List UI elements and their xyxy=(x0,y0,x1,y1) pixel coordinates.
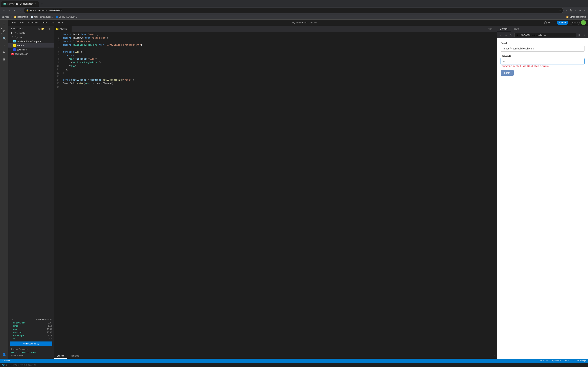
activity-user[interactable]: 👤 xyxy=(1,351,7,357)
activity-explorer[interactable]: ◻ xyxy=(1,28,7,34)
back-button[interactable]: ← xyxy=(1,8,6,13)
bm-spiro[interactable]: 🔵 SPIRO ILS/spDM ... xyxy=(55,15,78,18)
status-spaces[interactable]: Spaces: 2 xyxy=(552,360,561,362)
menu-file[interactable]: File xyxy=(10,21,18,25)
new-tab-button[interactable]: + xyxy=(39,1,44,6)
collapse-icon[interactable]: ⇧ xyxy=(49,27,51,30)
bookmarks-icon: 📁 xyxy=(14,16,17,18)
editor-tab-index-js[interactable]: J index.js ✕ xyxy=(54,26,72,32)
bm-bookmarks[interactable]: 📁 Bookmarks xyxy=(13,15,28,18)
bm-apps[interactable]: ⊞ Apps xyxy=(1,15,10,18)
split-editor-icon[interactable]: □ xyxy=(488,28,490,30)
status-ln-col[interactable]: Ln 1, Col 1 xyxy=(540,360,550,362)
problems-tab[interactable]: Problems xyxy=(67,353,82,359)
menu-selection[interactable]: Selection xyxy=(26,21,39,25)
sidebar-header: EXPLORER ⎙ 📁 ↻ ⇧ xyxy=(9,26,54,31)
code-line-4: import ValidatedLoginForm from "./Valida… xyxy=(61,43,497,47)
dep-name-0[interactable]: email-validator xyxy=(13,322,26,324)
info-icon[interactable]: ℹ xyxy=(10,364,10,366)
bm-mail[interactable]: 📧 Mail - james.quick... xyxy=(30,15,53,18)
dep-version-5: 0.27.0 xyxy=(47,337,52,340)
menu-go[interactable]: Go xyxy=(49,21,56,25)
tab-close-icon[interactable]: ✕ xyxy=(35,2,37,5)
new-file-icon[interactable]: ⎙ xyxy=(38,27,40,30)
refresh-icon[interactable]: ↻ xyxy=(45,27,48,30)
status-encoding[interactable]: UTF-8 xyxy=(564,360,569,362)
status-right: Ln 1, Col 1 Spaces: 2 UTF-8 LF JavaScrip… xyxy=(540,360,586,362)
login-button[interactable]: Login xyxy=(501,70,514,76)
nav-icon-2[interactable]: 🔌 xyxy=(569,8,573,13)
tree-validated-form[interactable]: J ValidatedFormCompone... xyxy=(9,39,54,43)
dep-yup: yup 0.27.0 xyxy=(9,337,54,340)
preview-copy-icon[interactable]: ▦ xyxy=(577,33,581,37)
preview-back-button[interactable]: ← xyxy=(499,33,503,37)
prod-text: PROD-1553897973-43cec9c83 xyxy=(12,364,36,366)
tree-index-js[interactable]: J index.js xyxy=(9,43,54,48)
fork-button[interactable]: ⑂ Fork xyxy=(570,21,579,25)
dependencies-header[interactable]: ▼ Dependencies xyxy=(9,317,54,321)
code-line-16 xyxy=(61,85,497,89)
bm-other[interactable]: 📂 Other Bookmarks xyxy=(566,15,587,18)
add-resource-button[interactable]: Add Resource xyxy=(9,354,54,357)
activity-debug[interactable]: ▶ xyxy=(1,49,7,55)
tree-public[interactable]: ▶ ◯ public xyxy=(9,31,54,35)
tree-package-json[interactable]: J package.json xyxy=(9,52,54,56)
code-line-13 xyxy=(61,75,497,78)
tab-title: 3x7vlv3521 - CodeSandbox xyxy=(7,3,33,5)
menu-help[interactable]: Help xyxy=(56,21,65,25)
reload-button[interactable]: ↻ xyxy=(13,8,17,13)
console-close-icon[interactable]: ⌃ xyxy=(493,355,497,357)
home-button[interactable]: ⌂ xyxy=(18,8,23,13)
address-bar[interactable]: 🔒 https://codesandbox.io/s/3x7vlv3521 ☆ xyxy=(24,8,563,13)
email-input[interactable] xyxy=(501,46,585,51)
code-line-1: import React from "react"; xyxy=(61,33,497,36)
dep-name-3[interactable]: react-dom xyxy=(13,331,22,334)
dep-name-4[interactable]: react-scripts xyxy=(13,334,24,337)
add-dependency-button[interactable]: Add Dependency xyxy=(10,342,52,346)
password-input[interactable] xyxy=(501,58,585,64)
status-bar: ⑂ master Ln 1, Col 1 Spaces: 2 UTF-8 LF … xyxy=(0,359,588,363)
nav-bar: ← → ↻ ⌂ 🔒 https://codesandbox.io/s/3x7vl… xyxy=(0,7,588,14)
twitter-icon[interactable]: 🐦 xyxy=(2,364,5,366)
nav-icon-1[interactable]: ⚙ xyxy=(564,8,568,13)
nav-icon-3[interactable]: ✎ xyxy=(573,8,578,13)
add-icon[interactable]: + xyxy=(548,21,550,25)
dep-name-2[interactable]: react xyxy=(13,328,17,330)
avatar[interactable] xyxy=(581,20,586,25)
activity-search[interactable]: 🔍 xyxy=(1,35,7,41)
nav-icon-4[interactable]: ⊞ xyxy=(578,8,582,13)
browser-tab[interactable]: Browser xyxy=(497,26,511,32)
forward-button[interactable]: → xyxy=(7,8,12,13)
more-actions-icon[interactable]: ⋯ xyxy=(493,28,496,30)
toggle-panel-icon[interactable]: ▢ xyxy=(490,28,493,30)
nav-icon-5[interactable]: ≡ xyxy=(582,8,587,13)
preview-refresh-button[interactable]: ↻ xyxy=(509,33,513,37)
status-language[interactable]: JavaScript xyxy=(577,360,586,362)
menu-edit[interactable]: Edit xyxy=(18,21,26,25)
status-line-ending[interactable]: LF xyxy=(572,360,574,362)
menu-view[interactable]: View xyxy=(40,21,49,25)
code-editor[interactable]: import React from "react"; import ReactD… xyxy=(61,32,497,353)
new-folder-icon[interactable]: 📁 xyxy=(41,27,44,30)
other-bookmarks-icon: 📂 xyxy=(566,16,569,18)
dep-name-1[interactable]: formik xyxy=(13,325,18,327)
share-button[interactable]: ↗ Share xyxy=(557,21,568,25)
file-tree: ▶ ◯ public ▼ ◯ src J ValidatedFormCompon… xyxy=(9,31,54,316)
preview-forward-button[interactable]: → xyxy=(504,33,508,37)
tab-close-button[interactable]: ✕ xyxy=(68,28,69,30)
tree-src[interactable]: ▼ ◯ src xyxy=(9,35,54,39)
github-icon[interactable]: ⬡ xyxy=(6,364,8,366)
preview-url-text: https://3x7vlv3521.codesandbox.io/ xyxy=(516,34,546,36)
preview-url-bar[interactable]: https://3x7vlv3521.codesandbox.io/ xyxy=(514,33,576,37)
activity-extensions[interactable]: ▣ xyxy=(1,56,7,62)
active-tab[interactable]: CS 3x7vlv3521 - CodeSandbox ✕ xyxy=(1,1,39,7)
activity-git[interactable]: ✦ xyxy=(1,42,7,48)
console-tab[interactable]: Console xyxy=(54,353,67,359)
tree-styles-css[interactable]: C styles.css xyxy=(9,48,54,52)
email-label: Email xyxy=(501,42,585,45)
tests-tab[interactable]: Tests xyxy=(511,26,522,32)
activity-menu[interactable]: ☰ xyxy=(1,21,7,27)
dep-name-5[interactable]: yup xyxy=(13,337,16,340)
bookmark-star-icon[interactable]: ☆ xyxy=(559,9,561,12)
preview-expand-icon[interactable]: ◾ xyxy=(582,33,587,37)
